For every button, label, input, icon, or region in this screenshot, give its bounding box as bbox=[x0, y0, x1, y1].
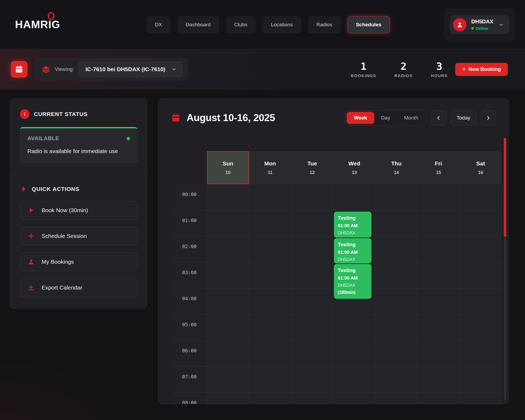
my-bookings-button[interactable]: My Bookings bbox=[20, 252, 137, 271]
day-name: Wed bbox=[348, 160, 360, 167]
time-slot[interactable] bbox=[207, 288, 249, 314]
nav-item-clubs[interactable]: Clubs bbox=[226, 16, 256, 33]
time-slot[interactable] bbox=[417, 393, 460, 404]
time-slot[interactable] bbox=[207, 341, 249, 366]
view-day-button[interactable]: Day bbox=[374, 112, 397, 124]
book-now-button[interactable]: Book Now (30min) bbox=[20, 201, 137, 220]
stat-radios-label: RADIOS bbox=[395, 73, 413, 78]
time-slot[interactable] bbox=[417, 184, 460, 210]
time-slot[interactable] bbox=[417, 288, 460, 314]
day-header-tue[interactable]: Tue 12 bbox=[291, 151, 333, 184]
time-slot[interactable] bbox=[375, 184, 417, 210]
schedule-session-button[interactable]: Schedule Session bbox=[20, 227, 137, 245]
today-button[interactable]: Today bbox=[450, 110, 476, 125]
time-slot[interactable] bbox=[460, 210, 502, 236]
online-label: Online bbox=[476, 26, 488, 31]
time-slot[interactable] bbox=[333, 314, 375, 340]
time-slot[interactable] bbox=[460, 262, 502, 288]
prev-week-button[interactable] bbox=[431, 110, 446, 125]
time-slot[interactable] bbox=[291, 262, 333, 288]
view-week-button[interactable]: Week bbox=[347, 112, 374, 124]
time-slot[interactable] bbox=[291, 210, 333, 236]
time-slot[interactable] bbox=[249, 393, 291, 404]
time-slot[interactable] bbox=[207, 184, 249, 210]
time-slot[interactable] bbox=[417, 210, 460, 236]
event-callsign: DH5DAX bbox=[338, 283, 368, 288]
export-calendar-button[interactable]: Export Calendar bbox=[20, 278, 137, 297]
time-slot[interactable] bbox=[460, 314, 502, 340]
time-slot[interactable] bbox=[333, 367, 375, 392]
nav-item-schedules[interactable]: Schedules bbox=[348, 16, 390, 33]
radio-select-dropdown[interactable]: IC-7610 bei DH5DAX (IC-7610) bbox=[79, 62, 182, 77]
day-header-wed[interactable]: Wed 13 bbox=[333, 151, 375, 184]
time-slot[interactable] bbox=[417, 367, 460, 392]
event-block[interactable]: Testing 01:00 AM DH5DAX bbox=[334, 238, 372, 263]
time-slot[interactable] bbox=[291, 393, 333, 404]
user-menu-container: DH5DAX Online bbox=[444, 8, 515, 41]
time-slot[interactable] bbox=[249, 288, 291, 314]
time-slot[interactable] bbox=[460, 367, 502, 392]
time-slot[interactable] bbox=[417, 236, 460, 262]
time-gutter-header bbox=[172, 151, 207, 184]
day-header-fri[interactable]: Fri 15 bbox=[417, 151, 460, 184]
time-slot[interactable] bbox=[333, 184, 375, 210]
time-slot[interactable] bbox=[333, 393, 375, 404]
time-slot[interactable] bbox=[291, 341, 333, 366]
time-slot[interactable] bbox=[207, 262, 249, 288]
time-slot[interactable] bbox=[375, 262, 417, 288]
user-menu[interactable]: DH5DAX Online bbox=[450, 15, 509, 34]
time-slot[interactable] bbox=[291, 184, 333, 210]
time-slot[interactable] bbox=[249, 341, 291, 366]
time-slot[interactable] bbox=[207, 314, 249, 340]
next-week-button[interactable] bbox=[481, 110, 496, 125]
time-slot[interactable] bbox=[375, 236, 417, 262]
time-slot[interactable] bbox=[291, 314, 333, 340]
time-slot[interactable] bbox=[460, 341, 502, 366]
time-slot[interactable] bbox=[249, 262, 291, 288]
time-slot[interactable] bbox=[460, 184, 502, 210]
time-slot[interactable] bbox=[417, 314, 460, 340]
day-header-sun[interactable]: Sun 10 bbox=[207, 151, 249, 184]
viewing-selector: Viewing: IC-7610 bei DH5DAX (IC-7610) bbox=[35, 58, 188, 81]
time-slot[interactable] bbox=[207, 367, 249, 392]
event-block[interactable]: Testing 01:00 AM DH5DAX bbox=[334, 212, 372, 238]
time-slot[interactable] bbox=[375, 288, 417, 314]
time-slot[interactable] bbox=[249, 314, 291, 340]
time-slot[interactable] bbox=[291, 236, 333, 262]
time-slot[interactable] bbox=[207, 210, 249, 236]
day-header-thu[interactable]: Thu 14 bbox=[375, 151, 417, 184]
nav-item-dashboard[interactable]: Dashboard bbox=[177, 16, 219, 33]
nav-item-radios[interactable]: Radios bbox=[308, 16, 341, 33]
time-slot[interactable] bbox=[460, 288, 502, 314]
time-slot[interactable] bbox=[333, 341, 375, 366]
time-slot[interactable] bbox=[249, 367, 291, 392]
day-header-mon[interactable]: Mon 11 bbox=[249, 151, 291, 184]
time-slot[interactable] bbox=[460, 236, 502, 262]
day-header-sat[interactable]: Sat 16 bbox=[460, 151, 502, 184]
time-slot[interactable] bbox=[375, 367, 417, 392]
time-slot[interactable] bbox=[375, 314, 417, 340]
calendar-shortcut-button[interactable] bbox=[11, 61, 27, 78]
view-month-button[interactable]: Month bbox=[397, 112, 425, 124]
availability-description: Radio is available for immediate use bbox=[27, 147, 119, 155]
time-slot[interactable] bbox=[207, 236, 249, 262]
time-slot[interactable] bbox=[249, 236, 291, 262]
time-slot[interactable] bbox=[249, 184, 291, 210]
time-slot[interactable] bbox=[291, 288, 333, 314]
time-slot[interactable] bbox=[249, 210, 291, 236]
time-slot[interactable] bbox=[375, 210, 417, 236]
time-slot[interactable] bbox=[207, 393, 249, 404]
time-slot[interactable] bbox=[417, 341, 460, 366]
time-slot[interactable] bbox=[291, 367, 333, 392]
time-slot[interactable] bbox=[375, 393, 417, 404]
nav-item-locations[interactable]: Locations bbox=[262, 16, 301, 33]
time-slot[interactable] bbox=[460, 393, 502, 404]
main-content: CURRENT STATUS AVAILABLE Radio is availa… bbox=[0, 89, 525, 404]
time-slot[interactable] bbox=[417, 262, 460, 288]
calendar-scrollbar-thumb[interactable] bbox=[504, 138, 506, 237]
new-booking-button[interactable]: + New Booking bbox=[455, 63, 508, 76]
time-slot[interactable] bbox=[375, 341, 417, 366]
nav-item-dx[interactable]: DX bbox=[147, 16, 170, 33]
event-block[interactable]: Testing 01:00 AM DH5DAX (180min) bbox=[334, 264, 372, 299]
viewing-label: Viewing: bbox=[55, 66, 74, 72]
